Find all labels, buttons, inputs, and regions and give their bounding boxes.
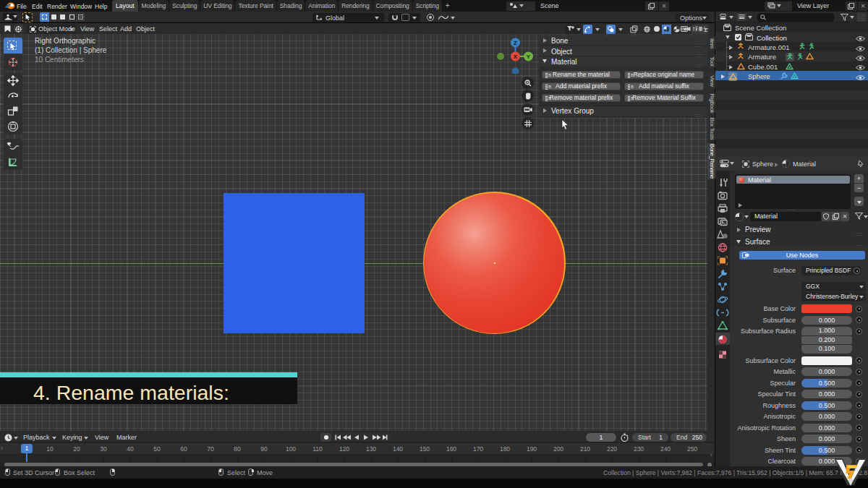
svg-text:Z: Z — [514, 40, 517, 46]
svg-text:Y: Y — [527, 53, 531, 60]
svg-text:X: X — [514, 53, 518, 60]
